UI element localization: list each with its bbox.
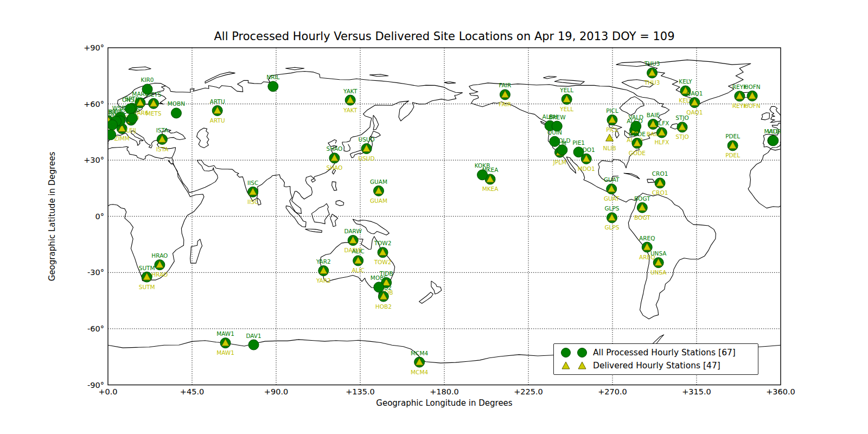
x-tick-+270.0: +270.0 (598, 387, 627, 396)
station-label-processed: UNSA (650, 250, 667, 257)
station-label-processed: HOFN (744, 84, 761, 90)
station-ARTU: ARTUARTU (210, 98, 225, 124)
station-label-delivered: JPLM (553, 159, 566, 165)
station-SHAO: SHAOSHAO (327, 145, 343, 171)
station-label-processed: GLPS (604, 205, 619, 212)
station-label-delivered: ZIMM (114, 135, 130, 142)
station-GUAT: GUATGUAT (604, 176, 620, 202)
station-label-delivered: GLPS (604, 224, 619, 231)
y-tick-0°: 0° (95, 212, 104, 221)
station-label-processed: YELL (559, 87, 573, 93)
station-label-processed: NRIL (266, 74, 279, 80)
station-label-delivered: GUAM (370, 197, 387, 204)
legend-label-delivered: Delivered Hourly Stations [47] (593, 361, 720, 371)
station-KIR0: KIR0 (141, 76, 154, 94)
station-label-processed: ALIC (352, 248, 364, 254)
station-DAV1: DAV1 (246, 333, 261, 350)
station-label-processed: YAKT (343, 88, 358, 94)
station-UNSA: UNSAUNSA (650, 250, 667, 276)
station-YELL: YELLYELL (559, 87, 573, 112)
station-label-processed: KIR0 (141, 76, 154, 83)
station-label-processed: DAV1 (246, 333, 261, 339)
station-label-processed: IISC (247, 180, 258, 186)
station-label-processed: OPMT (104, 112, 121, 119)
y-tick-+90°: +90° (84, 43, 104, 52)
station-label-delivered: YAR2 (316, 277, 331, 284)
station-label-processed: GOLD (554, 137, 570, 144)
station-label-delivered: CRO1 (652, 189, 668, 196)
chart-title: All Processed Hourly Versus Delivered Si… (108, 30, 781, 43)
processed-circle-icon (106, 130, 116, 140)
station-label-processed: VALD (628, 114, 643, 120)
x-tick-+45.0: +45.0 (180, 387, 204, 396)
legend-box: All Processed Hourly Stations [67] Deliv… (553, 343, 758, 375)
station-label-delivered: STJO (675, 133, 688, 140)
station-label-processed: PDEL (725, 133, 740, 139)
station-label-processed: GODE (629, 131, 646, 137)
station-label-processed: USUD (359, 136, 375, 143)
station-GUAM: GUAMGUAM (370, 178, 387, 204)
station-label-delivered: GODE (629, 150, 646, 156)
station-label-processed: TOW2 (374, 240, 392, 246)
station-label-processed: AREQ (639, 235, 655, 241)
y-axis-label: Geographic Latitude in Degrees (47, 135, 57, 298)
y-tick-+60°: +60° (84, 100, 104, 108)
station-label-delivered: GUAT (604, 195, 620, 202)
station-TOW2: TOW2TOW2 (374, 240, 392, 265)
processed-circle-icon (558, 347, 593, 359)
station-FAIR: FAIRFAIR (499, 82, 512, 107)
station-MOBN: MOBN (168, 100, 185, 118)
station-label-delivered: USUD (359, 155, 375, 162)
station-label-delivered: YAKT (343, 107, 358, 113)
station-USUD: USUDUSUD (359, 136, 375, 162)
y-tick--30°: -30° (87, 268, 104, 277)
processed-circle-icon (631, 121, 641, 131)
station-label-delivered: NLIB (603, 145, 616, 151)
station-label-processed: MCM4 (411, 350, 428, 356)
y-tick-+30°: +30° (84, 156, 104, 164)
station-THU3: THU3THU3 (644, 60, 660, 86)
station-label-processed: ARTU (210, 98, 225, 105)
station-label-delivered: THU3 (644, 79, 660, 86)
station-label-delivered: PICL (606, 126, 618, 133)
processed-circle-icon (142, 84, 152, 94)
station-label-processed: YAR2 (316, 258, 331, 265)
delivered-triangle-icon (558, 360, 593, 372)
station-label-delivered: HOB2 (375, 303, 392, 310)
station-GODE: GODEGODE (629, 131, 646, 156)
figure: MAR6MAR6METSMETSSPT0SPT0HERTHERTZIMMZIMM… (0, 0, 868, 434)
legend-row-delivered: Delivered Hourly Stations [47] (558, 359, 754, 372)
station-label-delivered: LEIJ (126, 127, 136, 133)
station-HLFX: HLFXHLFX (654, 120, 669, 145)
station-markers: MAR6MAR6METSMETSSPT0SPT0HERTHERTZIMMZIMM… (101, 60, 781, 375)
legend-label-processed: All Processed Hourly Stations [67] (593, 348, 736, 358)
station-YAR2: YAR2YAR2 (316, 258, 331, 284)
station-label-processed: ISTA (156, 127, 169, 133)
station-YAKT: YAKTYAKT (343, 88, 358, 113)
station-label-processed: HRAO (151, 252, 168, 259)
station-label-processed: CRO1 (652, 170, 668, 177)
station-label-delivered: IISC (247, 199, 258, 205)
station-label-delivered: BOGT (634, 214, 650, 221)
processed-circle-icon (768, 136, 778, 146)
station-label-processed: KELY (679, 78, 692, 85)
station-label-delivered: MDO1 (578, 165, 595, 172)
station-MCM4: MCM4MCM4 (411, 350, 428, 375)
station-label-processed: THU3 (644, 60, 660, 67)
station-label-processed: BOGT (634, 195, 650, 202)
station-label-processed: MAW1 (216, 330, 234, 337)
station-label-processed: ONSA (122, 97, 139, 103)
station-label-processed: SUTM (139, 265, 155, 271)
station-label-delivered: MCM4 (411, 369, 428, 375)
station-ISTA: ISTAISTA (156, 127, 169, 152)
x-tick-+90.0: +90.0 (264, 387, 288, 396)
station-label-delivered: HOFN (744, 103, 761, 109)
station-label-processed: MOBN (168, 100, 185, 107)
station-label-processed: STJO (675, 114, 688, 121)
processed-circle-icon (248, 340, 259, 350)
station-label-processed: HLFX (654, 120, 669, 126)
y-tick--60°: -60° (87, 324, 104, 333)
delivered-triangle-icon (606, 134, 614, 141)
legend-row-processed: All Processed Hourly Stations [67] (558, 346, 754, 359)
station-label-delivered: MKEA (482, 186, 499, 192)
